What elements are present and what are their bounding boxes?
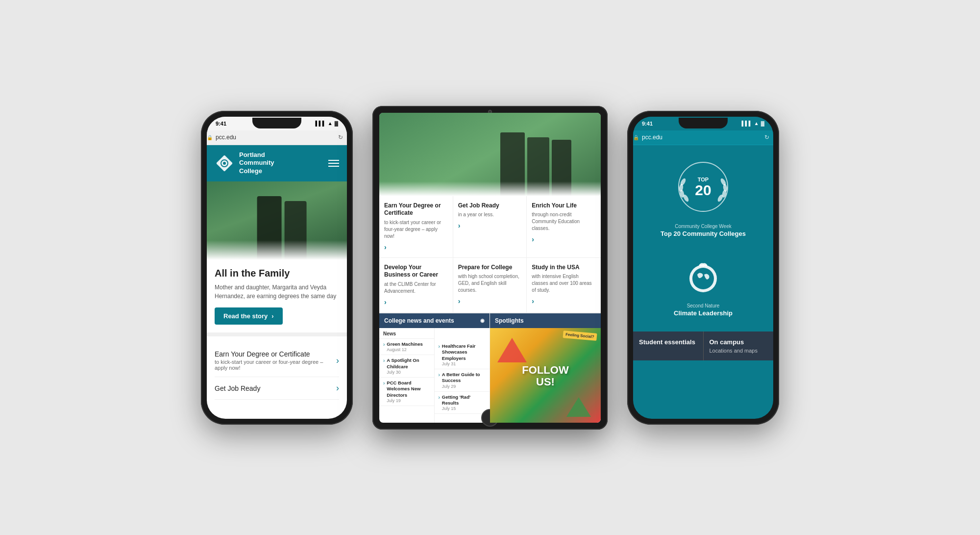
news-title-4: Healthcare Fair Showcases Employers: [442, 343, 486, 361]
link-desc-degree: to kick-start your career or four-year d…: [215, 359, 336, 371]
cell-title-prepare: Prepare for College: [458, 264, 522, 272]
grid-cell-enrich[interactable]: Enrich Your Life through non-credit Comm…: [527, 196, 601, 258]
cell-desc-usa: with intensive English classes and over …: [532, 273, 596, 294]
right-phone-notch: [679, 118, 728, 128]
cell-arrow-prepare: ›: [458, 297, 461, 305]
pcc-logo-text: Portland Community College: [239, 151, 274, 176]
devices-container: 9:41 ▌▌▌ ▲ ▓ 🔒 pcc.edu ↻: [201, 106, 779, 430]
link-item-job[interactable]: Get Job Ready ›: [215, 377, 339, 400]
cell-desc-degree: to kick-start your career or four-year d…: [384, 219, 448, 240]
cell-desc-enrich: through non-credit Community Education c…: [532, 211, 596, 232]
grid-cell-job[interactable]: Get Job Ready in a year or less. ›: [453, 196, 527, 258]
bottom-item-campus[interactable]: On campus Locations and maps: [704, 331, 774, 360]
spotlights-header: Spotlights: [490, 313, 601, 328]
right-lock-icon: 🔒: [633, 135, 639, 140]
news-title-3: PCC Board Welcomes New Directors: [387, 380, 430, 398]
news-col-2: › Healthcare Fair Showcases Employers Ju…: [435, 328, 490, 423]
link-title-job: Get Job Ready: [215, 384, 260, 392]
story-desc: Mother and daughter, Margarita and Veyda…: [215, 283, 339, 301]
link-item-degree[interactable]: Earn Your Degree or Certificate to kick-…: [215, 344, 339, 377]
phone-content: Portland Community College: [207, 145, 347, 419]
top20-badge-container: TOP 20: [676, 160, 730, 216]
news-item-5[interactable]: › A Better Guide to Success July 29: [435, 369, 490, 392]
top20-laurel-badge: TOP 20: [676, 160, 730, 214]
cell-arrow-business: ›: [384, 298, 387, 306]
grid-cell-business[interactable]: Develop Your Business or Career at the C…: [379, 258, 453, 313]
right-url-text: pcc.edu: [642, 134, 662, 141]
news-date-5: July 29: [442, 384, 486, 389]
spotlight-image: Feeling Social? FOLLOWUS!: [490, 328, 601, 423]
read-story-button[interactable]: Read the story ›: [215, 307, 283, 325]
story-section: All in the Family Mother and daughter, M…: [207, 260, 347, 332]
link-title-degree: Earn Your Degree or Certificate: [215, 350, 336, 358]
tablet-device: Earn Your Degree or Certificate to kick-…: [372, 106, 608, 430]
pcc-diamond-logo: [215, 153, 234, 173]
news-date-3: July 19: [387, 398, 430, 403]
top20-org-label: Community College Week: [675, 224, 731, 229]
news-item-6[interactable]: › Getting 'Rad' Results July 15: [435, 392, 490, 414]
news-title-6: Getting 'Rad' Results: [442, 394, 486, 407]
refresh-icon: ↻: [338, 134, 343, 141]
grid-cell-prepare[interactable]: Prepare for College with high school com…: [453, 258, 527, 313]
hamburger-menu[interactable]: [328, 160, 339, 167]
tablet-grid: Earn Your Degree or Certificate to kick-…: [379, 196, 601, 313]
right-battery-icon: ▓: [761, 121, 764, 126]
tablet-hero: [379, 113, 601, 196]
news-item-3[interactable]: › PCC Board Welcomes New Directors July …: [379, 378, 434, 406]
right-wifi-icon: ▲: [754, 121, 759, 126]
locations-maps-label: Locations and maps: [710, 348, 768, 354]
left-phone-screen: 9:41 ▌▌▌ ▲ ▓ 🔒 pcc.edu ↻: [207, 117, 347, 419]
news-item-content-6: Getting 'Rad' Results July 15: [442, 394, 486, 411]
cell-desc-job: in a year or less.: [458, 211, 522, 218]
bottom-item-students[interactable]: Student essentials: [633, 331, 703, 360]
arrow-icon: ›: [271, 312, 273, 320]
cell-desc-prepare: with high school completion, GED, and En…: [458, 273, 522, 294]
news-item-4[interactable]: › Healthcare Fair Showcases Employers Ju…: [435, 341, 490, 369]
news-item-content-4: Healthcare Fair Showcases Employers July…: [442, 343, 486, 366]
url-bar[interactable]: 🔒 pcc.edu ↻: [207, 130, 347, 145]
cell-title-enrich: Enrich Your Life: [532, 202, 596, 210]
right-phone-bottom: Student essentials On campus Locations a…: [633, 331, 773, 360]
status-icons: ▌▌▌ ▲ ▓: [316, 121, 338, 126]
left-phone: 9:41 ▌▌▌ ▲ ▓ 🔒 pcc.edu ↻: [201, 111, 353, 425]
svg-text:20: 20: [695, 182, 711, 198]
climate-badge-title: Climate Leadership: [674, 309, 733, 317]
grid-cell-degree[interactable]: Earn Your Degree or Certificate to kick-…: [379, 196, 453, 258]
story-title: All in the Family: [215, 268, 339, 279]
news-body: News › Green Machines August 12 ›: [379, 328, 490, 423]
svg-point-15: [692, 268, 714, 289]
signal-icon: ▌▌▌: [316, 121, 326, 126]
link-arrow-job: ›: [336, 383, 339, 393]
news-item-content-5: A Better Guide to Success July 29: [442, 372, 486, 389]
cell-arrow-degree: ›: [384, 243, 387, 251]
news-col-1: News › Green Machines August 12 ›: [379, 328, 435, 423]
feeling-social-badge: Feeling Social?: [563, 331, 597, 341]
phone-links: Earn Your Degree or Certificate to kick-…: [207, 336, 347, 408]
cell-title-usa: Study in the USA: [532, 264, 596, 272]
pcc-logo: Portland Community College: [215, 151, 274, 176]
right-url-bar[interactable]: 🔒 pcc.edu ↻: [633, 130, 773, 145]
cell-desc-business: at the CLIMB Center for Advancement.: [384, 281, 448, 295]
spotlights-section: Spotlights Feeling Social? FOLLOWUS!: [490, 313, 601, 423]
news-col1-header: News: [379, 328, 434, 339]
right-phone-screen: 9:41 ▌▌▌ ▲ ▓ 🔒 pcc.edu ↻: [633, 117, 773, 419]
news-item-2[interactable]: › A Spotlight On Childcare July 30: [379, 355, 434, 378]
news-section: College news and events ◉ News › Green M…: [379, 313, 490, 423]
news-item-1[interactable]: › Green Machines August 12: [379, 339, 434, 355]
news-item-content-2: A Spotlight On Childcare July 30: [387, 357, 430, 375]
follow-us-text: FOLLOWUS!: [522, 364, 568, 388]
news-header: College news and events ◉: [379, 313, 490, 328]
news-item-content-1: Green Machines August 12: [387, 341, 422, 352]
news-date-2: July 30: [387, 370, 430, 375]
pcc-navbar: Portland Community College: [207, 145, 347, 182]
battery-icon: ▓: [335, 121, 338, 126]
right-status-time: 9:41: [642, 121, 653, 127]
news-title-5: A Better Guide to Success: [442, 372, 486, 384]
link-arrow-degree: ›: [336, 356, 339, 366]
climate-org-label: Second Nature: [687, 303, 720, 308]
svg-point-2: [223, 162, 226, 165]
news-title-2: A Spotlight On Childcare: [387, 357, 430, 370]
student-essentials-title: Student essentials: [639, 338, 697, 346]
top20-section: TOP 20 Community College Week Top 20 Com…: [633, 145, 773, 331]
grid-cell-usa[interactable]: Study in the USA with intensive English …: [527, 258, 601, 313]
